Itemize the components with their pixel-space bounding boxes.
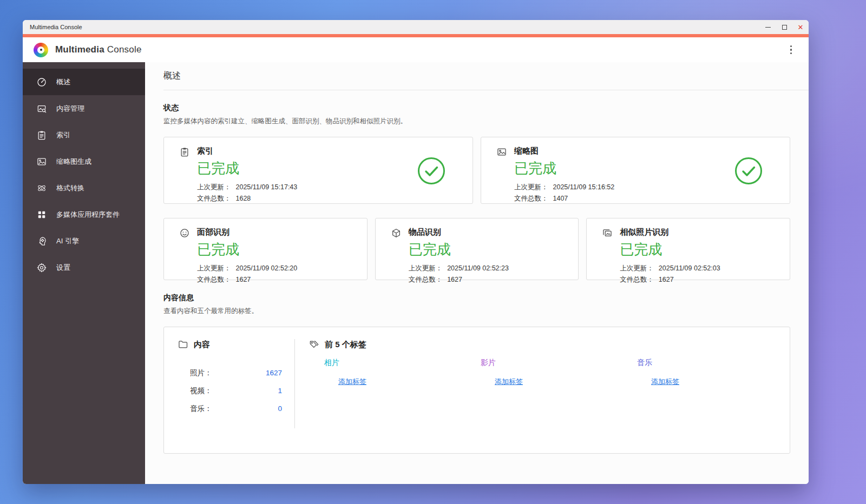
status-cards-row-1: 索引 已完成 上次更新：2025/11/09 15:17:43 文件总数：162…: [163, 137, 790, 204]
sidebar-item-label: 缩略图生成: [56, 157, 91, 167]
tag-category-label: 影片: [481, 358, 637, 368]
count-label: 照片：: [190, 368, 212, 378]
tag-column-photos: 相片 添加标签: [324, 358, 481, 387]
top-tags-panel: 前 5 个标签 相片 添加标签 影片 添加标签: [295, 327, 793, 453]
card-updated: 上次更新：2025/11/09 15:17:43: [197, 183, 297, 192]
content-panel-header: 内容: [178, 339, 294, 350]
status-card-similar-photo-recognition: 相似照片识别 已完成 上次更新：2025/11/09 02:52:03 文件总数…: [586, 218, 790, 280]
main-content: 概述 状态 监控多媒体内容的索引建立、缩略图生成、面部识别、物品识别和相似照片识…: [145, 62, 809, 484]
sidebar-item-content-management[interactable]: 内容管理: [23, 95, 145, 122]
sidebar-item-label: 多媒体应用程序套件: [56, 210, 120, 220]
card-title: 面部识别: [197, 227, 297, 237]
tag-category-label: 相片: [324, 358, 481, 368]
count-row-photos: 照片： 1627: [190, 364, 282, 382]
card-updated: 上次更新：2025/11/09 15:16:52: [514, 183, 614, 192]
content-info-heading: 内容信息: [163, 293, 790, 303]
sidebar-item-settings[interactable]: 设置: [23, 254, 145, 281]
content-management-icon: [36, 103, 47, 114]
close-button[interactable]: ✕: [792, 20, 809, 34]
content-counts-panel: 内容 照片： 1627 视频： 1 音: [164, 327, 294, 453]
sidebar-item-ai-engine[interactable]: AI 引擎: [23, 228, 145, 254]
sidebar: 概述 内容管理 索引: [23, 62, 145, 484]
sidebar-item-label: 索引: [56, 130, 70, 140]
gauge-icon: [36, 77, 47, 88]
status-card-face-recognition: 面部识别 已完成 上次更新：2025/11/09 02:52:20 文件总数：1…: [163, 218, 368, 280]
tags-panel-title: 前 5 个标签: [325, 340, 366, 350]
card-status: 已完成: [514, 159, 614, 178]
sidebar-item-label: 内容管理: [56, 104, 84, 114]
clipboard-icon: [36, 130, 47, 141]
status-card-object-recognition: 物品识别 已完成 上次更新：2025/11/09 02:52:23 文件总数：1…: [375, 218, 579, 280]
sidebar-item-label: 设置: [56, 263, 70, 273]
tag-column-videos: 影片 添加标签: [481, 358, 637, 387]
card-file-count: 文件总数：1627: [197, 275, 297, 284]
image-icon: [496, 147, 507, 157]
status-card-thumbnail: 缩略图 已完成 上次更新：2025/11/09 15:16:52 文件总数：14…: [481, 137, 790, 204]
status-cards-row-2: 面部识别 已完成 上次更新：2025/11/09 02:52:20 文件总数：1…: [163, 218, 790, 280]
tag-columns: 相片 添加标签 影片 添加标签 音乐 添加标签: [324, 358, 793, 387]
check-circle-icon: [734, 157, 763, 185]
status-section-heading: 状态: [163, 103, 790, 113]
check-circle-icon: [417, 157, 445, 185]
sidebar-item-label: AI 引擎: [56, 236, 79, 246]
window-titlebar: Multimedia Console ✕: [23, 20, 809, 34]
status-card-index: 索引 已完成 上次更新：2025/11/09 15:17:43 文件总数：162…: [163, 137, 473, 204]
sidebar-item-label: 格式转换: [56, 183, 84, 193]
minimize-icon: [765, 27, 771, 28]
add-tag-link[interactable]: 添加标签: [651, 377, 679, 387]
tags-icon: [309, 339, 319, 350]
sidebar-item-overview[interactable]: 概述: [23, 69, 145, 95]
count-value: 1: [278, 387, 282, 395]
header-divider: [163, 90, 809, 90]
content-info-subtitle: 查看内容和五个最常用的标签。: [163, 307, 790, 316]
face-icon: [179, 228, 190, 238]
count-label: 视频：: [190, 386, 212, 396]
card-file-count: 文件总数：1407: [514, 194, 614, 203]
multimedia-console-logo-icon: [34, 43, 48, 57]
add-tag-link[interactable]: 添加标签: [495, 377, 523, 387]
window-title: Multimedia Console: [30, 24, 82, 30]
card-status: 已完成: [620, 240, 720, 259]
sidebar-item-label: 概述: [56, 77, 70, 87]
maximize-button[interactable]: [776, 20, 792, 34]
app-window: Multimedia Console ✕ MultimediaConsole: [23, 20, 809, 484]
tag-category-label: 音乐: [637, 358, 793, 368]
app-title-light: Console: [107, 44, 142, 55]
card-status: 已完成: [409, 240, 509, 259]
card-updated: 上次更新：2025/11/09 02:52:20: [197, 264, 297, 273]
kebab-menu-icon[interactable]: [788, 43, 795, 57]
count-value: 0: [278, 404, 282, 413]
card-updated: 上次更新：2025/11/09 02:52:03: [620, 264, 720, 273]
sidebar-item-multimedia-app-suite[interactable]: 多媒体应用程序套件: [23, 201, 145, 228]
folder-icon: [178, 339, 188, 350]
app-title: MultimediaConsole: [55, 44, 142, 55]
sidebar-item-index[interactable]: 索引: [23, 122, 145, 148]
tag-column-music: 音乐 添加标签: [637, 358, 793, 387]
count-label: 音乐：: [190, 404, 212, 414]
count-row-music: 音乐： 0: [190, 400, 282, 417]
desktop-background: Multimedia Console ✕ MultimediaConsole: [0, 0, 866, 504]
card-title: 物品识别: [409, 227, 509, 237]
clipboard-icon: [179, 147, 190, 157]
ai-engine-icon: [36, 236, 47, 247]
gear-icon: [36, 262, 47, 273]
card-file-count: 文件总数：1628: [197, 194, 297, 203]
add-tag-link[interactable]: 添加标签: [338, 377, 366, 387]
card-title: 索引: [197, 146, 297, 156]
app-title-bold: Multimedia: [55, 44, 104, 55]
transcode-icon: [36, 183, 47, 194]
minimize-button[interactable]: [760, 20, 776, 34]
maximize-icon: [782, 25, 787, 30]
card-title: 缩略图: [514, 146, 614, 156]
app-header: MultimediaConsole: [23, 37, 809, 62]
card-file-count: 文件总数：1627: [620, 275, 720, 284]
page-title: 概述: [163, 62, 790, 82]
window-controls: ✕: [760, 20, 809, 34]
sidebar-item-thumbnail-generation[interactable]: 缩略图生成: [23, 148, 145, 175]
card-file-count: 文件总数：1627: [409, 275, 509, 284]
sidebar-item-transcoding[interactable]: 格式转换: [23, 175, 145, 201]
tags-panel-header: 前 5 个标签: [309, 339, 793, 350]
object-icon: [391, 228, 402, 238]
content-counts: 照片： 1627 视频： 1 音乐： 0: [190, 364, 282, 417]
card-updated: 上次更新：2025/11/09 02:52:23: [409, 264, 509, 273]
